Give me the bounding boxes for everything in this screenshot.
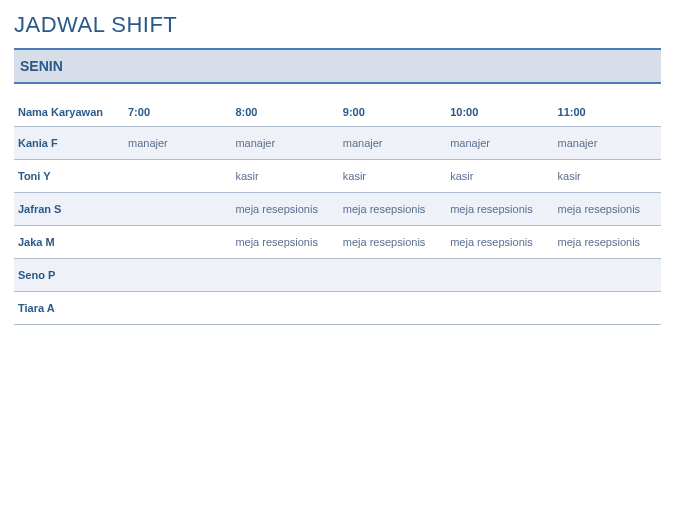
day-header: SENIN <box>14 48 661 84</box>
shift-cell <box>124 160 231 193</box>
shift-table: Nama Karyawan 7:00 8:00 9:00 10:00 11:00… <box>14 98 661 325</box>
shift-cell <box>124 226 231 259</box>
page-title: JADWAL SHIFT <box>14 12 661 38</box>
table-row: Jafran S meja resepsionis meja resepsion… <box>14 193 661 226</box>
shift-cell <box>231 259 338 292</box>
table-row: Seno P <box>14 259 661 292</box>
shift-cell <box>231 292 338 325</box>
employee-name: Kania F <box>14 127 124 160</box>
col-name: Nama Karyawan <box>14 98 124 127</box>
table-header-row: Nama Karyawan 7:00 8:00 9:00 10:00 11:00 <box>14 98 661 127</box>
shift-cell: manajer <box>554 127 661 160</box>
shift-cell: meja resepsionis <box>554 193 661 226</box>
employee-name: Jaka M <box>14 226 124 259</box>
shift-cell: meja resepsionis <box>446 226 553 259</box>
employee-name: Tiara A <box>14 292 124 325</box>
shift-cell: kasir <box>339 160 446 193</box>
col-time: 9:00 <box>339 98 446 127</box>
table-row: Toni Y kasir kasir kasir kasir <box>14 160 661 193</box>
col-time: 8:00 <box>231 98 338 127</box>
employee-name: Seno P <box>14 259 124 292</box>
col-time: 10:00 <box>446 98 553 127</box>
shift-cell <box>554 292 661 325</box>
shift-cell: meja resepsionis <box>231 226 338 259</box>
shift-cell: manajer <box>231 127 338 160</box>
shift-cell <box>339 259 446 292</box>
schedule-document: JADWAL SHIFT SENIN Nama Karyawan 7:00 8:… <box>0 0 675 337</box>
shift-cell: kasir <box>231 160 338 193</box>
shift-cell <box>339 292 446 325</box>
employee-name: Toni Y <box>14 160 124 193</box>
shift-cell <box>446 292 553 325</box>
shift-cell: meja resepsionis <box>339 193 446 226</box>
table-row: Kania F manajer manajer manajer manajer … <box>14 127 661 160</box>
employee-name: Jafran S <box>14 193 124 226</box>
col-time: 11:00 <box>554 98 661 127</box>
shift-cell <box>124 292 231 325</box>
shift-cell <box>554 259 661 292</box>
day-label: SENIN <box>20 58 655 74</box>
shift-cell: meja resepsionis <box>554 226 661 259</box>
shift-cell: kasir <box>554 160 661 193</box>
shift-cell: meja resepsionis <box>231 193 338 226</box>
col-time: 7:00 <box>124 98 231 127</box>
shift-cell: manajer <box>339 127 446 160</box>
shift-cell: manajer <box>124 127 231 160</box>
table-row: Jaka M meja resepsionis meja resepsionis… <box>14 226 661 259</box>
shift-cell: meja resepsionis <box>339 226 446 259</box>
shift-cell <box>124 259 231 292</box>
shift-cell <box>124 193 231 226</box>
shift-cell <box>446 259 553 292</box>
shift-cell: manajer <box>446 127 553 160</box>
table-row: Tiara A <box>14 292 661 325</box>
shift-cell: kasir <box>446 160 553 193</box>
shift-cell: meja resepsionis <box>446 193 553 226</box>
